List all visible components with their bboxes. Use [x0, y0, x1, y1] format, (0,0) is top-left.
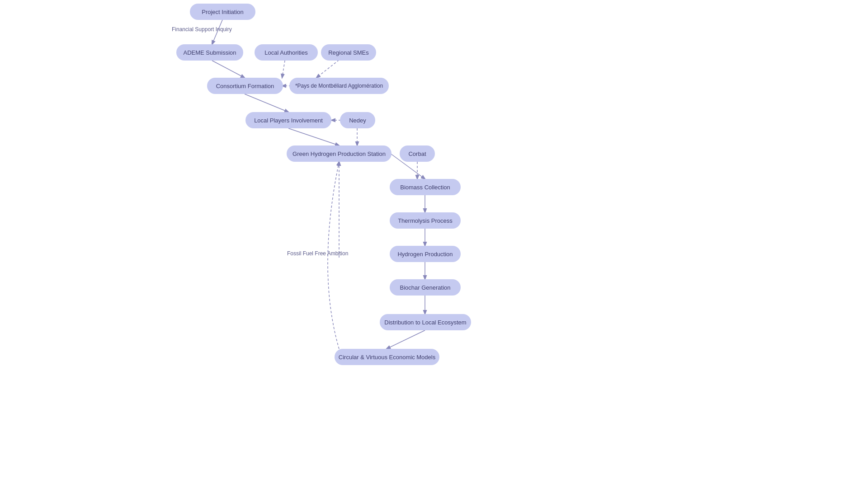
- node-regional-smes: Regional SMEs: [321, 44, 376, 61]
- node-thermolysis-process: Thermolysis Process: [390, 212, 461, 229]
- node-pays-agglomeration: *Pays de Montbéliard Agglomération: [289, 78, 389, 94]
- node-green-hydrogen: Green Hydrogen Production Station: [287, 145, 392, 162]
- node-biochar-generation: Biochar Generation: [390, 279, 461, 296]
- svg-line-3: [288, 128, 339, 145]
- diagram-container: Project Initiation Financial Support Inq…: [0, 0, 868, 488]
- node-nedey: Nedey: [340, 112, 375, 128]
- node-distribution: Distribution to Local Ecosystem: [380, 314, 471, 330]
- svg-line-9: [387, 330, 425, 349]
- node-ademe-submission: ADEME Submission: [176, 44, 243, 61]
- node-corbat: Corbat: [400, 145, 435, 162]
- node-project-initiation: Project Initiation: [190, 4, 255, 20]
- svg-line-2: [245, 94, 288, 112]
- node-circular-models: Circular & Virtuous Economic Models: [335, 349, 439, 365]
- label-fossil-fuel: Fossil Fuel Free Ambition: [287, 250, 348, 257]
- label-financial-support: Financial Support Inquiry: [172, 26, 232, 33]
- node-local-players: Local Players Involvement: [245, 112, 331, 128]
- node-biomass-collection: Biomass Collection: [390, 179, 461, 195]
- svg-line-1: [212, 61, 245, 78]
- node-hydrogen-production: Hydrogen Production: [390, 246, 461, 262]
- arrows-svg: [0, 0, 868, 488]
- node-consortium-formation: Consortium Formation: [207, 78, 283, 94]
- node-local-authorities: Local Authorities: [255, 44, 318, 61]
